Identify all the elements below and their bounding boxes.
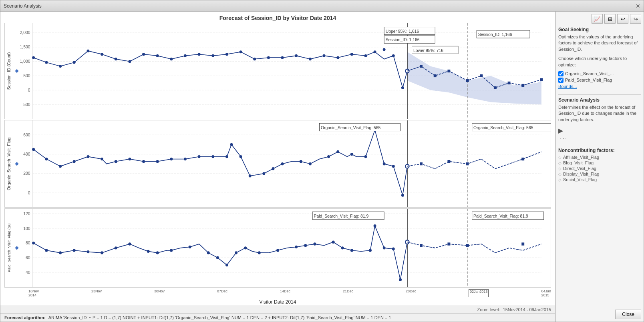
svg-point-85 xyxy=(128,158,131,160)
svg-point-91 xyxy=(211,155,214,158)
svg-point-152 xyxy=(295,246,298,248)
svg-point-151 xyxy=(276,249,279,252)
checkbox-organic-search-label: Organic_Search_Visit_... xyxy=(565,71,614,76)
goal-seeking-description: Optimizes the values of the underlying f… xyxy=(558,34,641,52)
svg-point-88 xyxy=(170,158,173,160)
noncontrib-social: ◇ Social_Visit_Flag xyxy=(558,177,641,182)
svg-point-160 xyxy=(383,247,386,250)
noncontrib-blog-icon: ◇ xyxy=(558,161,561,165)
noncontrib-direct: ◇ Direct_Visit_Flag xyxy=(558,166,641,171)
svg-point-78 xyxy=(32,148,35,151)
svg-rect-53 xyxy=(494,86,497,89)
svg-point-46 xyxy=(401,86,404,89)
table-view-button[interactable]: ⊞ xyxy=(604,14,616,24)
svg-point-141 xyxy=(147,250,150,253)
zoom-value: 15Nov2014 - 09Jan2015 xyxy=(503,307,551,312)
bounds-link[interactable]: Bounds... xyxy=(558,84,641,89)
svg-point-153 xyxy=(304,244,307,247)
x-tick: 30Nov xyxy=(154,289,165,297)
svg-point-158 xyxy=(369,249,372,252)
svg-rect-110 xyxy=(420,162,423,165)
svg-point-87 xyxy=(156,160,159,163)
svg-point-155 xyxy=(332,241,335,244)
x-tick: 07Dec xyxy=(217,289,227,297)
svg-point-39 xyxy=(323,54,326,57)
undo-button[interactable]: ↩ xyxy=(617,14,628,24)
svg-point-143 xyxy=(170,249,173,252)
noncontrib-affiliate-label: Affiliate_Visit_Flag xyxy=(563,155,599,160)
svg-text:1,500: 1,500 xyxy=(20,44,30,49)
svg-point-92 xyxy=(225,155,228,158)
window-title: Scenario Analysis xyxy=(4,3,42,9)
noncontrib-display: ◇ Display_Visit_Flag xyxy=(558,172,641,176)
svg-point-20 xyxy=(59,65,62,68)
redo-button[interactable]: ↪ xyxy=(630,14,641,24)
svg-point-41 xyxy=(350,53,353,56)
svg-point-34 xyxy=(253,58,256,60)
svg-point-106 xyxy=(383,162,386,165)
svg-point-27 xyxy=(156,54,159,57)
svg-point-84 xyxy=(115,160,117,163)
svg-point-95 xyxy=(249,174,252,177)
svg-point-159 xyxy=(374,225,376,228)
svg-point-79 xyxy=(45,158,48,160)
window-close-button[interactable]: ✕ xyxy=(636,3,640,9)
svg-point-104 xyxy=(364,155,367,158)
noncontrib-blog: ◇ Blog_Visit_Flag xyxy=(558,160,641,165)
svg-rect-51 xyxy=(466,79,469,82)
close-button[interactable]: Close xyxy=(615,310,641,319)
svg-text:Organic_Search_Visit_Flag: 565: Organic_Search_Visit_Flag: 565 xyxy=(473,125,533,130)
svg-point-149 xyxy=(244,247,247,250)
x-tick: 02Jan2015 xyxy=(469,289,489,297)
svg-rect-55 xyxy=(521,84,524,87)
svg-point-37 xyxy=(295,54,298,57)
svg-point-156 xyxy=(341,247,344,250)
x-axis-label: Visitor Date 2014 xyxy=(0,298,555,306)
svg-text:120: 120 xyxy=(23,211,30,216)
noncontrib-display-label: Display_Visit_Flag xyxy=(563,172,599,176)
svg-text:600: 600 xyxy=(23,132,30,137)
expand-arrow[interactable]: ▶ xyxy=(558,127,641,134)
svg-rect-54 xyxy=(508,82,511,84)
noncontrib-social-label: Social_Visit_Flag xyxy=(563,177,597,182)
svg-text:60: 60 xyxy=(26,255,30,260)
svg-text:Paid_Search_Visit_Flag (Su: Paid_Search_Visit_Flag (Su xyxy=(7,224,11,272)
svg-point-146 xyxy=(216,256,219,259)
svg-point-86 xyxy=(142,160,145,163)
dots-menu[interactable]: ··· xyxy=(560,135,641,142)
title-bar: Scenario Analysis ✕ xyxy=(0,0,644,12)
divider-1 xyxy=(558,94,641,95)
svg-point-23 xyxy=(101,53,103,56)
x-tick: 23Nov xyxy=(91,289,102,297)
forecast-algorithm-text: ARIMA 'Session_ID' ~ P = 1 D = (1,7) NOI… xyxy=(48,315,391,320)
svg-point-148 xyxy=(235,252,237,254)
x-tick: 16Nov2014 xyxy=(28,289,39,297)
forecast-algorithm-bar: Forecast algorithm: ARIMA 'Session_ID' ~… xyxy=(0,313,555,322)
chart-area: Forecast of Session_ID by Visitor Date 2… xyxy=(0,12,555,322)
svg-point-24 xyxy=(115,58,117,60)
svg-point-90 xyxy=(198,155,201,158)
scenario-analysis-window: Scenario Analysis ✕ Forecast of Session_… xyxy=(0,0,644,322)
checkbox-paid-search-input[interactable] xyxy=(558,78,564,83)
svg-point-150 xyxy=(258,252,261,254)
svg-point-135 xyxy=(59,252,62,254)
goal-seeking-choose-label: Choose which underlying factors to optim… xyxy=(558,56,641,68)
content-area: Forecast of Session_ID by Visitor Date 2… xyxy=(0,12,644,322)
svg-text:400: 400 xyxy=(23,152,30,156)
svg-rect-49 xyxy=(434,74,437,77)
charts-container: -500 0 500 1,000 1,500 2,000 Session_ID … xyxy=(0,23,555,288)
svg-marker-15 xyxy=(407,52,541,104)
checkbox-organic-search-input[interactable] xyxy=(558,71,564,76)
noncontrib-social-icon: ◇ xyxy=(558,178,561,182)
chart-view-button[interactable]: 📈 xyxy=(592,14,603,24)
svg-point-147 xyxy=(225,264,228,266)
svg-point-96 xyxy=(262,172,265,175)
svg-point-18 xyxy=(32,56,35,59)
svg-point-157 xyxy=(350,249,353,252)
svg-rect-166 xyxy=(466,244,469,247)
chart-panel-session-id: -500 0 500 1,000 1,500 2,000 Session_ID … xyxy=(4,23,551,119)
svg-point-43 xyxy=(374,50,376,53)
svg-text:40: 40 xyxy=(26,270,30,275)
svg-point-133 xyxy=(32,242,35,244)
svg-text:Lower 95%: 716: Lower 95%: 716 xyxy=(413,48,443,53)
